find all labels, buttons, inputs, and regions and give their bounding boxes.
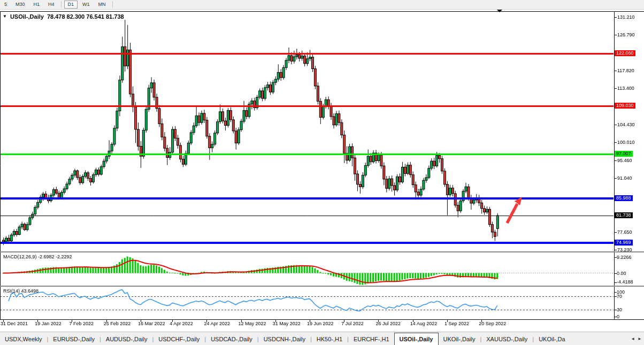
chart-title: ▼ USOil-,Daily 78.478 82.300 76.541 81.7… (3, 13, 124, 20)
tabs-holder: USDX,Weekly|EURUSD-,Daily|AUDUSD-,Daily|… (0, 332, 570, 345)
macd-axis-label: -4.4188 (617, 279, 633, 285)
rsi-axis-label: 30 (617, 307, 622, 312)
timeframe-button-w1[interactable]: W1 (79, 1, 94, 9)
date-label: 1 Sep 2022 (444, 321, 469, 326)
price-axis-chip: 74.969 (615, 240, 633, 246)
date-label: 20 Sep 2022 (479, 321, 506, 326)
timeframe-button-h1[interactable]: H1 (30, 1, 44, 9)
timeframe-button-mn[interactable]: MN (95, 1, 110, 9)
date-label: 4 Apr 2022 (170, 321, 193, 326)
price-axis-label: 100.010 (617, 140, 635, 145)
macd-indicator-values: -2.6982 -2.2292 (38, 254, 72, 259)
date-label: 24 Apr 2022 (204, 321, 230, 326)
date-label: 16 Mar 2022 (138, 321, 165, 326)
price-axis-label: 73.230 (617, 247, 632, 252)
price-axis-label: 91.040 (617, 175, 632, 181)
date-label: 14 Aug 2022 (410, 321, 438, 326)
price-axis-label: 77.650 (617, 229, 632, 235)
price-axis-label: 117.820 (617, 68, 634, 73)
date-label: 26 Jul 2022 (375, 321, 401, 326)
tab-scroll-left-icon[interactable]: ◄ (631, 336, 635, 341)
rsi-axis-label: 70 (617, 294, 622, 299)
tab-xauusd-daily[interactable]: XAUUSD-,Daily (481, 332, 532, 345)
price-axis-chip: 97.007 (615, 151, 633, 157)
rsi-indicator-name: RSI(14) (3, 288, 20, 294)
tab-ukoil-daily[interactable]: UKOil-,Daily (439, 332, 480, 345)
tab-usdcnh-daily[interactable]: USDCNH-,Daily (259, 332, 310, 345)
timeframe-button-5[interactable]: 5 (1, 1, 11, 9)
date-label: 19 Jan 2022 (35, 321, 62, 326)
price-axis-chip: 109.030 (615, 103, 635, 109)
tab-usdx-weekly[interactable]: USDX,Weekly (0, 332, 47, 345)
timeframe-button-m30[interactable]: M30 (12, 1, 29, 9)
date-label: 12 May 2022 (239, 321, 266, 326)
price-axis-label: 113.400 (617, 86, 634, 91)
date-label: 7 Feb 2022 (69, 321, 94, 326)
toolbar-separator (112, 1, 113, 8)
date-label: 31 Dec 2021 (1, 321, 28, 326)
price-axis-chip: 85.988 (615, 195, 633, 201)
timeframe-button-h4[interactable]: H4 (44, 1, 58, 9)
date-label: 19 Jun 2022 (307, 321, 334, 326)
chart-ohlc-values: 78.478 82.300 76.541 81.738 (47, 13, 124, 20)
macd-indicator-name: MACD(12,26,9) (3, 254, 37, 259)
chart-canvas (0, 0, 644, 345)
chart-symbol-label: USOil-,Daily (10, 13, 44, 20)
tab-eurchf-h1[interactable]: EURCHF-,H1 (349, 332, 394, 345)
tab-usdcad-daily[interactable]: USDCAD-,Daily (206, 332, 257, 345)
macd-axis-label: 0.00 (617, 271, 626, 276)
trading-app-window: 5M30H1H4D1W1MN ▼ USOil-,Daily 78.478 82.… (0, 0, 644, 345)
tab-hk50-h1[interactable]: HK50-,H1 (312, 332, 347, 345)
chart-dropdown-icon: ▼ (3, 14, 7, 19)
rsi-panel-label: RSI(14) 43.6498 (3, 288, 39, 294)
toolbar-separator (61, 1, 62, 8)
tab-eurusd-daily[interactable]: EURUSD-,Daily (48, 332, 99, 345)
timeframe-toolbar: 5M30H1H4D1W1MN (0, 0, 644, 10)
tab-ukoil-da[interactable]: UKOil-,Da (534, 332, 570, 345)
timeframe-button-d1[interactable]: D1 (64, 1, 78, 9)
price-axis-chip: 122.060 (615, 50, 635, 56)
macd-panel-label: MACD(12,26,9) -2.6982 -2.2292 (3, 254, 72, 259)
price-axis-chip: 81.738 (615, 212, 633, 218)
symbol-tab-bar: USDX,Weekly|EURUSD-,Daily|AUDUSD-,Daily|… (0, 332, 644, 345)
price-axis-label: 131.210 (617, 14, 635, 20)
price-axis-label: 104.430 (617, 122, 635, 127)
tab-audusd-daily[interactable]: AUDUSD-,Daily (101, 332, 152, 345)
tab-usoil-daily[interactable]: USOil-,Daily (394, 333, 439, 345)
tab-usdchf-daily[interactable]: USDCHF-,Daily (154, 332, 204, 345)
tab-scroll-arrows: ◄ ► (631, 332, 643, 345)
rsi-axis-label: 0 (617, 314, 619, 319)
rsi-indicator-value: 43.6498 (21, 288, 39, 294)
price-axis-label: 126.790 (617, 32, 635, 37)
date-label: 25 Feb 2022 (104, 321, 131, 326)
tab-scroll-right-icon[interactable]: ► (638, 336, 642, 341)
date-axis: 31 Dec 202119 Jan 20227 Feb 202225 Feb 2… (0, 320, 614, 328)
date-label: 31 May 2022 (273, 321, 301, 326)
macd-axis-label: 9.2266 (617, 255, 632, 260)
price-axis-label: 95.460 (617, 158, 632, 163)
date-label: 7 Jul 2022 (341, 321, 364, 326)
